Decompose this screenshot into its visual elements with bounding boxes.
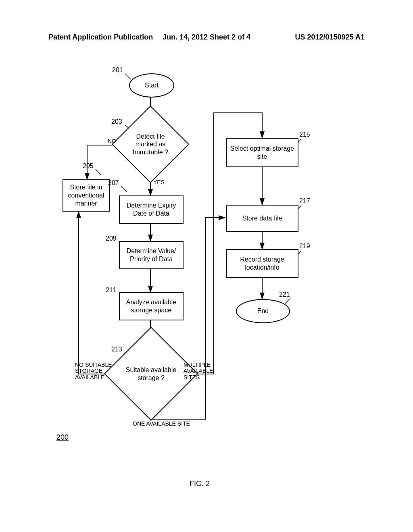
process-determine-value: Determine Value/ Priority of Data [119, 241, 184, 269]
terminator-end: End [236, 299, 290, 323]
header-right: US 2012/0150925 A1 [295, 33, 365, 42]
decision-suitable-storage-label: Suitable available storage ? [118, 341, 184, 407]
ref-203: 203 [111, 118, 122, 125]
ref-211: 211 [106, 287, 117, 294]
ref-209: 209 [106, 235, 117, 242]
ref-215: 215 [299, 131, 310, 138]
process-select-optimal: Select optimal storage site [226, 138, 298, 167]
process-store-data: Store data file [226, 205, 298, 232]
edge-label-one-site: ONE AVAILABLE SITE [125, 420, 198, 427]
process-store-conventional: Store file in conventional manner [63, 179, 110, 212]
svg-line-18 [285, 298, 290, 304]
ref-201: 201 [112, 66, 123, 74]
svg-line-11 [121, 186, 127, 192]
process-store-data-label: Store data file [242, 214, 282, 222]
ref-213: 213 [111, 346, 122, 353]
process-analyze-space: Analyze available storage space [119, 292, 184, 320]
connectors [0, 0, 413, 532]
ref-219: 219 [299, 243, 310, 250]
figure-caption: FIG. 2 [190, 480, 210, 488]
svg-line-8 [125, 74, 131, 79]
ref-217: 217 [299, 197, 310, 205]
ref-205: 205 [83, 162, 94, 170]
process-record-info: Record storage location/info [226, 249, 298, 278]
process-determine-expiry: Determine Expiry Date of Data [119, 195, 184, 224]
terminator-end-label: End [257, 307, 269, 315]
edge-label-multiple: MULTIPLE AVAILABLE SITES [184, 362, 220, 380]
terminator-start-label: Start [145, 81, 159, 89]
svg-line-10 [96, 169, 101, 175]
figure-ref-number: 200 [56, 433, 69, 442]
edge-label-yes: YES [153, 179, 165, 185]
decision-detect-immutable-label: Detect file marked as Immutable ? [123, 117, 178, 172]
process-record-info-label: Record storage location/info [229, 256, 295, 272]
decision-suitable-storage: Suitable available storage ? [118, 341, 184, 407]
process-determine-expiry-label: Determine Expiry Date of Data [122, 202, 180, 218]
decision-detect-immutable: Detect file marked as Immutable ? [123, 117, 178, 172]
ref-221: 221 [279, 291, 290, 298]
terminator-start: Start [129, 73, 174, 98]
process-select-optimal-label: Select optimal storage site [229, 145, 295, 161]
process-analyze-space-label: Analyze available storage space [122, 298, 180, 314]
ref-207: 207 [108, 179, 119, 187]
edge-label-no: NO [108, 138, 116, 144]
edge-label-no-suitable: NO SUITABLE STORAGE AVAILABLE [75, 362, 115, 380]
process-determine-value-label: Determine Value/ Priority of Data [122, 247, 180, 263]
process-store-conventional-label: Store file in conventional manner [66, 183, 106, 208]
